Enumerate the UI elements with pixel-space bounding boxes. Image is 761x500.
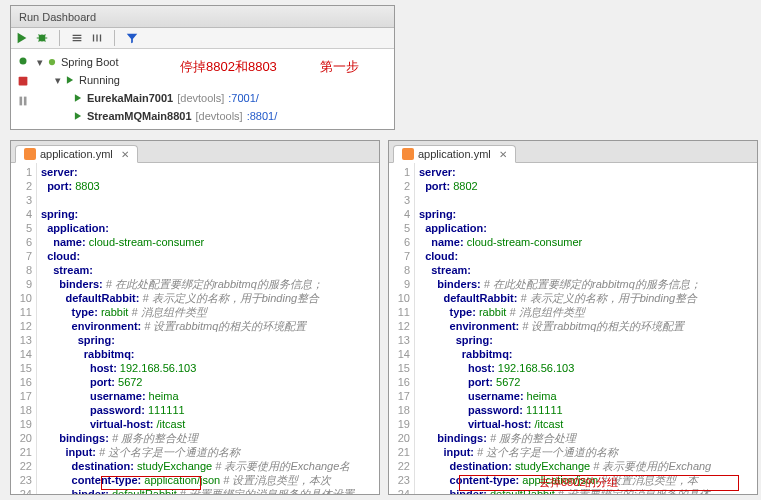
anno-stop: 停掉8802和8803: [180, 58, 277, 76]
pause-icon[interactable]: [16, 94, 30, 108]
editor-left: application.yml ✕ 1 2 3 4 5 6 7 8 9 10 1…: [10, 140, 380, 495]
anno-step1: 第一步: [320, 58, 359, 76]
bug-icon[interactable]: [35, 31, 49, 45]
close-icon[interactable]: ✕: [121, 149, 129, 160]
debug-small-icon[interactable]: [16, 54, 30, 68]
play-icon: [73, 93, 83, 103]
item-name: StreamMQMain8801: [87, 107, 192, 125]
expand-icon[interactable]: [70, 31, 84, 45]
code-area[interactable]: server: port: 8803spring: application: n…: [37, 163, 379, 494]
spring-boot-icon: [47, 57, 57, 67]
run-icon[interactable]: [15, 31, 29, 45]
item-name: EurekaMain7001: [87, 89, 173, 107]
svg-rect-3: [20, 97, 23, 106]
dashboard-title-bar: Run Dashboard: [11, 6, 394, 28]
tab-application-yml[interactable]: application.yml ✕: [393, 145, 516, 163]
dashboard-side-toolbar: [13, 54, 33, 108]
editor-right: application.yml ✕ 1 2 3 4 5 6 7 8 9 10 1…: [388, 140, 758, 495]
play-icon: [73, 111, 83, 121]
tab-label: application.yml: [40, 148, 113, 160]
gutter: 1 2 3 4 5 6 7 8 9 10 11 12 13 14 15 16 1…: [11, 163, 37, 494]
anno-remove: 去掉8802的分组: [539, 475, 618, 490]
svg-point-5: [49, 59, 55, 65]
svg-rect-4: [24, 97, 27, 106]
code-area[interactable]: server: port: 8802spring: application: n…: [415, 163, 757, 494]
editor-body[interactable]: 1 2 3 4 5 6 7 8 9 10 11 12 13 14 15 16 1…: [11, 163, 379, 494]
root-label: Spring Boot: [61, 53, 118, 71]
tree-item-eureka[interactable]: EurekaMain7001 [devtools] :7001/: [37, 89, 390, 107]
collapse-icon[interactable]: [90, 31, 104, 45]
dashboard-toolbar: [11, 28, 394, 49]
item-port[interactable]: :8801/: [247, 107, 278, 125]
gutter: 1 2 3 4 5 6 7 8 9 10 11 12 13 14 15 16 1…: [389, 163, 415, 494]
running-icon: [65, 75, 75, 85]
item-dev: [devtools]: [177, 89, 224, 107]
running-label: Running: [79, 71, 120, 89]
dashboard-title: Run Dashboard: [19, 11, 96, 23]
editor-tabs: application.yml ✕: [11, 141, 379, 163]
editor-tabs: application.yml ✕: [389, 141, 757, 163]
svg-point-1: [20, 58, 27, 65]
stop-icon[interactable]: [16, 74, 30, 88]
file-icon: [402, 148, 414, 160]
close-icon[interactable]: ✕: [499, 149, 507, 160]
item-dev: [devtools]: [196, 107, 243, 125]
file-icon: [24, 148, 36, 160]
tree-item-stream[interactable]: StreamMQMain8801 [devtools] :8801/: [37, 107, 390, 125]
tab-label: application.yml: [418, 148, 491, 160]
item-port[interactable]: :7001/: [228, 89, 259, 107]
editor-body[interactable]: 1 2 3 4 5 6 7 8 9 10 11 12 13 14 15 16 1…: [389, 163, 757, 494]
filter-icon[interactable]: [125, 31, 139, 45]
svg-rect-2: [19, 77, 28, 86]
tab-application-yml[interactable]: application.yml ✕: [15, 145, 138, 163]
